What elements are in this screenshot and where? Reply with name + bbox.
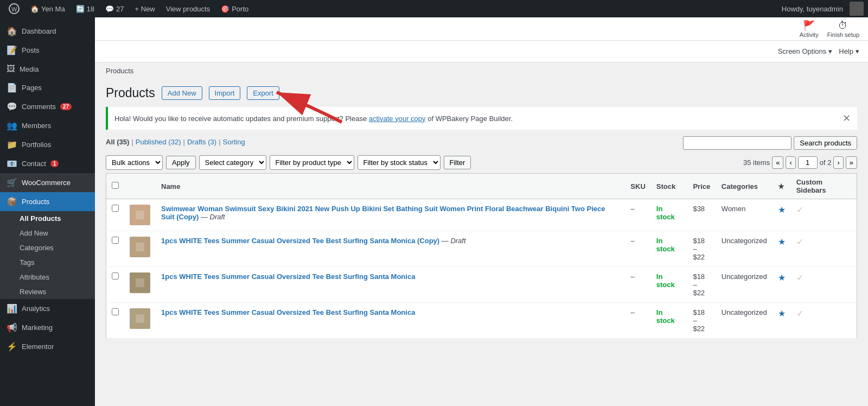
product-price: $38 — [693, 205, 705, 213]
export-button[interactable]: Export — [247, 86, 279, 100]
featured-star-icon[interactable]: ★ — [778, 309, 786, 318]
search-box: Search products — [683, 136, 857, 150]
svg-text:W: W — [11, 6, 17, 12]
featured-star-icon[interactable]: ★ — [778, 205, 786, 214]
row-checkbox-cell — [106, 303, 125, 339]
search-products-button[interactable]: Search products — [794, 136, 857, 150]
product-stock-cell: In stock — [651, 199, 688, 231]
submenu-tags[interactable]: Tags — [0, 255, 95, 270]
sidebar-item-marketing[interactable]: 📢 Marketing — [0, 318, 95, 337]
product-thumbnail — [130, 237, 150, 257]
updates-link[interactable]: 🔄 18 — [72, 5, 99, 13]
sidebar-item-media[interactable]: 🖼 Media — [0, 60, 95, 78]
sidebar-item-members[interactable]: 👥 Members — [0, 116, 95, 135]
stock-column-header[interactable]: Stock — [651, 174, 688, 199]
row-checkbox[interactable] — [112, 308, 119, 315]
bulk-actions-select[interactable]: Bulk actions — [106, 155, 163, 170]
view-products-link[interactable]: View products — [162, 5, 214, 13]
category-filter-select[interactable]: Select category — [199, 155, 266, 170]
comments-badge: 27 — [60, 103, 72, 110]
sidebar-item-contact[interactable]: 📧 Contact 1 — [0, 154, 95, 173]
search-input[interactable] — [683, 136, 792, 150]
custom-sidebar-check-icon: ✓ — [796, 237, 803, 246]
product-categories-cell: Women — [716, 199, 773, 231]
screen-options-button[interactable]: Screen Options ▾ — [778, 47, 833, 55]
product-name-link[interactable]: Swimwear Woman Swimsuit Sexy Bikini 2021… — [161, 205, 605, 221]
tab-all[interactable]: All (35) — [106, 138, 129, 146]
featured-star-icon[interactable]: ★ — [778, 273, 786, 282]
pages-icon: 📄 — [7, 83, 17, 93]
tab-sorting[interactable]: Sorting — [223, 138, 245, 146]
stock-status: In stock — [656, 205, 675, 221]
sidebar-item-portfolios[interactable]: 📁 Portfolios — [0, 135, 95, 154]
products-icon: 📦 — [7, 196, 17, 207]
porto-link[interactable]: 🎯 Porto — [216, 5, 253, 13]
product-name-link[interactable]: 1pcs WHITE Tees Summer Casual Oversized … — [161, 237, 439, 245]
submenu-attributes[interactable]: Attributes — [0, 270, 95, 284]
finish-setup-button[interactable]: ⏱ Finish setup — [827, 20, 859, 38]
tab-drafts[interactable]: Drafts (3) — [187, 138, 216, 146]
sidebar-item-analytics[interactable]: 📊 Analytics — [0, 299, 95, 318]
notice-close-button[interactable]: ✕ — [843, 112, 851, 124]
elementor-icon: ⚡ — [7, 341, 17, 352]
breadcrumb: Products — [95, 62, 868, 75]
apply-button[interactable]: Apply — [166, 156, 196, 169]
activity-button[interactable]: 🚩 Activity — [800, 20, 819, 38]
comments-link[interactable]: 💬 27 — [101, 5, 128, 13]
first-page-button[interactable]: « — [772, 156, 783, 169]
featured-star-icon[interactable]: ★ — [778, 237, 786, 246]
stock-status-filter-select[interactable]: Filter by stock status — [358, 155, 441, 170]
select-all-checkbox[interactable] — [112, 182, 119, 189]
row-checkbox[interactable] — [112, 237, 119, 244]
table-row: 1pcs WHITE Tees Summer Casual Oversized … — [106, 231, 857, 267]
sidebar-item-woocommerce[interactable]: 🛒 WooCommerce — [0, 173, 95, 192]
pagination: 35 items « ‹ of 2 › » — [743, 156, 857, 169]
sidebar-item-comments[interactable]: 💬 Comments 27 — [0, 97, 95, 116]
name-column-header[interactable]: Name — [156, 174, 625, 199]
notice-link[interactable]: activate your copy — [369, 115, 426, 123]
posts-icon: 📝 — [7, 45, 17, 55]
svg-rect-4 — [136, 278, 144, 287]
product-stock-cell: In stock — [651, 303, 688, 339]
product-type-filter-select[interactable]: Filter by product type — [270, 155, 354, 170]
import-button[interactable]: Import — [209, 86, 241, 100]
product-name-link[interactable]: 1pcs WHITE Tees Summer Casual Oversized … — [161, 308, 415, 316]
filter-button[interactable]: Filter — [444, 156, 471, 169]
current-page-input[interactable] — [798, 156, 818, 169]
table-row: 1pcs WHITE Tees Summer Casual Oversized … — [106, 303, 857, 339]
next-page-button[interactable]: › — [833, 156, 843, 169]
prev-page-button[interactable]: ‹ — [786, 156, 795, 169]
product-name-link[interactable]: 1pcs WHITE Tees Summer Casual Oversized … — [161, 272, 415, 281]
marketing-icon: 📢 — [7, 322, 17, 333]
add-new-button[interactable]: Add New — [162, 86, 202, 100]
page-header: Products Add New Import Export — [95, 75, 868, 100]
sidebar-item-dashboard[interactable]: 🏠 Dashboard — [0, 22, 95, 41]
row-checkbox[interactable] — [112, 272, 119, 280]
product-stock-cell: In stock — [651, 267, 688, 303]
admin-bar: W 🏠 Yen Ma 🔄 18 💬 27 + New View products… — [0, 0, 868, 17]
submenu-categories[interactable]: Categories — [0, 240, 95, 255]
product-custom-sidebar-cell: ✓ — [791, 231, 857, 267]
new-link[interactable]: + New — [131, 5, 159, 13]
sku-column-header[interactable]: SKU — [625, 174, 650, 199]
price-column-header[interactable]: Price — [687, 174, 716, 199]
tab-published[interactable]: Published (32) — [136, 138, 181, 146]
wp-logo[interactable]: W — [4, 3, 24, 14]
product-sku-cell: – — [625, 267, 650, 303]
row-checkbox[interactable] — [112, 205, 119, 212]
sidebar-item-products[interactable]: 📦 Products — [0, 192, 95, 211]
site-name-link[interactable]: 🏠 Yen Ma — [26, 5, 69, 13]
product-name-cell: 1pcs WHITE Tees Summer Casual Oversized … — [156, 267, 625, 303]
custom-sidebar-check-icon: ✓ — [796, 273, 803, 282]
sidebar-item-elementor[interactable]: ⚡ Elementor — [0, 337, 95, 356]
submenu-reviews[interactable]: Reviews — [0, 284, 95, 299]
sidebar-item-posts[interactable]: 📝 Posts — [0, 41, 95, 60]
sidebar-item-pages[interactable]: 📄 Pages — [0, 78, 95, 97]
submenu-add-new[interactable]: Add New — [0, 226, 95, 240]
categories-column-header[interactable]: Categories — [716, 174, 773, 199]
activity-icon: 🚩 — [803, 20, 815, 31]
help-button[interactable]: Help ▾ — [839, 47, 859, 55]
submenu-all-products[interactable]: All Products — [0, 211, 95, 226]
user-avatar[interactable] — [850, 2, 864, 16]
last-page-button[interactable]: » — [846, 156, 857, 169]
